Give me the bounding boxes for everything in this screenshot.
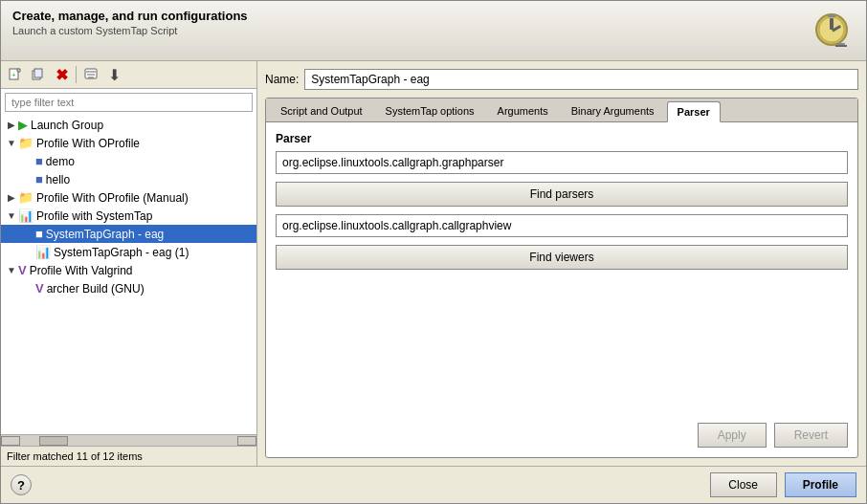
scroll-left-btn[interactable] (1, 436, 20, 446)
tree-item-stap-eag[interactable]: ■ SystemTapGraph - eag (1, 225, 256, 243)
apply-button[interactable]: Apply (698, 423, 767, 448)
toggle-profile-oprofile: ▼ (5, 138, 18, 148)
close-button[interactable]: Close (710, 472, 777, 497)
tab-container: Script and Output SystemTap options Argu… (265, 98, 858, 458)
filter-status: Filter matched 11 of 12 items (1, 446, 256, 466)
tree-item-demo[interactable]: ■ demo (1, 152, 256, 170)
revert-button[interactable]: Revert (774, 423, 848, 448)
dialog-title: Create, manage, and run configurations (12, 9, 248, 23)
tree-item-profile-stap[interactable]: ▼ 📊 Profile with SystemTap (1, 207, 256, 225)
parser-input-row (276, 151, 848, 174)
profile-oprofile-manual-icon: 📁 (18, 190, 33, 205)
tree-label-profile-oprofile-manual: Profile With OProfile (Manual) (36, 191, 189, 205)
svg-rect-4 (828, 14, 835, 17)
tree-item-profile-oprofile[interactable]: ▼ 📁 Profile With OProfile (1, 134, 256, 152)
tree-item-stap-eag-1[interactable]: 📊 SystemTapGraph - eag (1) (1, 243, 256, 261)
svg-marker-9 (17, 69, 20, 72)
tree-item-launch-group[interactable]: ▶ ▶ Launch Group (1, 116, 256, 134)
bottom-right: Close Profile (710, 472, 856, 497)
filter-button[interactable] (80, 64, 101, 85)
profile-valgrind-icon: V (18, 263, 27, 277)
right-panel: Name: Script and Output SystemTap option… (257, 61, 866, 466)
stap-eag-icon: ■ (35, 227, 43, 241)
tree-label-launch-group: Launch Group (31, 119, 103, 132)
bottom-bar: ? Close Profile (1, 466, 866, 503)
delete-button[interactable]: ✖ (51, 64, 72, 85)
tree-label-profile-oprofile: Profile With OProfile (36, 137, 140, 150)
svg-rect-2 (830, 18, 834, 30)
profile-stap-icon: 📊 (18, 208, 33, 223)
demo-icon: ■ (35, 154, 43, 168)
new-config-button[interactable]: + (5, 64, 26, 85)
tree-label-profile-valgrind: Profile With Valgrind (30, 264, 133, 277)
tab-bar: Script and Output SystemTap options Argu… (266, 99, 857, 122)
find-parsers-button[interactable]: Find parsers (276, 182, 848, 207)
dialog-header-text: Create, manage, and run configurations L… (12, 9, 248, 36)
tree-label-archer-build: archer Build (GNU) (47, 282, 144, 296)
bottom-left: ? (11, 474, 32, 495)
svg-text:+: + (11, 71, 16, 79)
svg-rect-12 (34, 69, 42, 77)
tree-item-profile-oprofile-manual[interactable]: ▶ 📁 Profile With OProfile (Manual) (1, 188, 256, 207)
profile-oprofile-icon: 📁 (18, 136, 33, 150)
filter-input[interactable] (5, 93, 253, 112)
toolbar-separator (76, 66, 77, 83)
archer-build-icon: V (35, 281, 44, 296)
toggle-profile-stap: ▼ (5, 210, 18, 221)
tab-binary-arguments[interactable]: Binary Arguments (561, 100, 665, 121)
tree-item-profile-valgrind[interactable]: ▼ V Profile With Valgrind (1, 261, 256, 279)
viewer-input-row (276, 214, 848, 237)
svg-rect-6 (835, 45, 847, 47)
tree-label-stap-eag-1: SystemTapGraph - eag (1) (54, 246, 189, 259)
parser-tab-content: Parser Find parsers Find viewers Apply R… (266, 122, 857, 457)
help-button[interactable]: ? (11, 474, 32, 495)
tree-label-stap-eag: SystemTapGraph - eag (46, 228, 164, 241)
name-label: Name: (265, 73, 299, 86)
sort-button[interactable]: ⬇ (103, 64, 124, 85)
left-toolbar: + ✖ ⬇ (1, 61, 256, 89)
tab-script-output[interactable]: Script and Output (270, 100, 373, 121)
tab-parser[interactable]: Parser (667, 101, 721, 122)
left-panel: + ✖ ⬇ ▶ ▶ Launch Group (1, 61, 257, 466)
dialog-header: Create, manage, and run configurations L… (1, 1, 866, 61)
main-dialog: Create, manage, and run configurations L… (0, 0, 867, 504)
scroll-thumb[interactable] (39, 436, 68, 446)
parser-input[interactable] (276, 151, 848, 174)
horizontal-scrollbar[interactable] (1, 434, 256, 446)
launch-group-icon: ▶ (18, 118, 28, 132)
parser-section-label: Parser (276, 132, 848, 145)
tree-label-demo: demo (46, 155, 75, 168)
viewer-input[interactable] (276, 214, 848, 237)
dialog-body: + ✖ ⬇ ▶ ▶ Launch Group (1, 61, 866, 466)
tree-item-archer-build[interactable]: V archer Build (GNU) (1, 279, 256, 297)
name-row: Name: (265, 69, 858, 90)
dialog-subtitle: Launch a custom SystemTap Script (12, 25, 248, 36)
find-viewers-button[interactable]: Find viewers (276, 245, 848, 270)
action-row: Apply Revert (276, 423, 848, 448)
hello-icon: ■ (35, 172, 43, 186)
toggle-launch-group: ▶ (5, 120, 18, 130)
tree-label-hello: hello (46, 173, 70, 186)
tree-item-hello[interactable]: ■ hello (1, 170, 256, 188)
profile-button[interactable]: Profile (785, 472, 856, 497)
tree-label-profile-stap: Profile with SystemTap (36, 209, 152, 223)
tab-arguments[interactable]: Arguments (487, 100, 559, 121)
tab-systemtap-options[interactable]: SystemTap options (375, 100, 485, 121)
toggle-profile-oprofile-manual: ▶ (5, 192, 18, 203)
name-input[interactable] (304, 69, 858, 90)
tree-area: ▶ ▶ Launch Group ▼ 📁 Profile With OProfi… (1, 116, 256, 434)
toggle-profile-valgrind: ▼ (5, 265, 18, 275)
scroll-right-btn[interactable] (237, 436, 256, 446)
app-icon (809, 9, 855, 55)
duplicate-button[interactable] (28, 64, 49, 85)
stap-eag-1-icon: 📊 (35, 245, 51, 259)
